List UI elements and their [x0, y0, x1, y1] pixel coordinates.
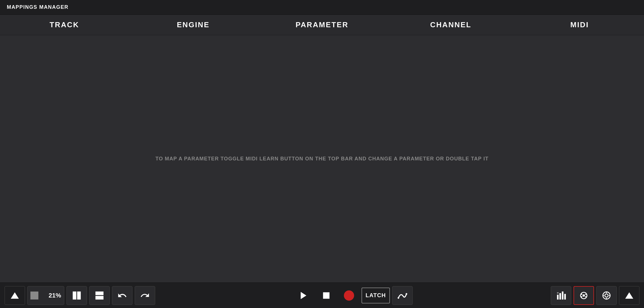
- main-content: TO MAP A PARAMETER TOGGLE MIDI LEARN BUT…: [0, 35, 644, 282]
- col-header-parameter: PARAMETER: [257, 20, 386, 29]
- svg-marker-0: [11, 292, 19, 299]
- play-button[interactable]: [293, 286, 314, 305]
- hint-text: TO MAP A PARAMETER TOGGLE MIDI LEARN BUT…: [155, 156, 489, 162]
- latch-label: LATCH: [365, 292, 386, 299]
- svg-point-21: [605, 294, 608, 297]
- level-control-button[interactable]: 21%: [27, 286, 64, 305]
- title-bar: MAPPINGS MANAGER: [0, 0, 644, 15]
- svg-marker-5: [301, 292, 306, 299]
- svg-point-7: [398, 297, 399, 299]
- curve-button[interactable]: [392, 286, 413, 305]
- bottom-toolbar: 21%: [0, 282, 644, 308]
- stop-icon: [321, 291, 331, 300]
- svg-point-8: [406, 293, 407, 295]
- level-square-icon: [30, 292, 38, 299]
- window-layout-1-icon: [72, 291, 82, 300]
- up-arrow-right-icon: [624, 291, 634, 300]
- svg-rect-1: [73, 291, 76, 299]
- svg-point-15: [583, 294, 585, 297]
- svg-rect-4: [95, 296, 103, 299]
- stop-button[interactable]: [316, 286, 336, 305]
- svg-rect-9: [557, 295, 559, 299]
- svg-point-19: [585, 296, 586, 297]
- svg-rect-11: [562, 291, 564, 299]
- up-arrow-left-icon: [10, 291, 20, 300]
- svg-rect-12: [564, 294, 566, 299]
- svg-rect-10: [559, 293, 561, 299]
- undo-button[interactable]: [112, 286, 132, 305]
- svg-rect-3: [95, 291, 103, 295]
- col-header-track: TRACK: [0, 20, 129, 29]
- record-dot-icon: [344, 290, 354, 301]
- record-button[interactable]: [339, 286, 359, 305]
- svg-point-16: [581, 294, 582, 295]
- window-layout-2-icon: [95, 291, 104, 300]
- bar-chart-icon: [556, 291, 566, 300]
- play-icon: [299, 291, 308, 300]
- col-header-midi: MIDI: [515, 20, 644, 29]
- up-arrow-left-button[interactable]: [5, 286, 25, 305]
- svg-rect-6: [323, 292, 330, 299]
- up-arrow-right-button[interactable]: [619, 286, 639, 305]
- target-button[interactable]: [596, 286, 617, 305]
- latch-button[interactable]: LATCH: [362, 288, 390, 303]
- col-header-channel: CHANNEL: [387, 20, 515, 29]
- svg-rect-13: [557, 292, 559, 293]
- right-group: [551, 286, 639, 305]
- target-icon: [602, 291, 611, 300]
- curve-icon: [398, 291, 407, 300]
- svg-point-17: [585, 294, 586, 295]
- level-percent: 21%: [49, 292, 61, 299]
- window-layout-1-button[interactable]: [67, 286, 87, 305]
- transport-group: LATCH: [157, 286, 549, 305]
- bar-chart-button[interactable]: [551, 286, 571, 305]
- svg-point-18: [581, 296, 582, 297]
- redo-button[interactable]: [135, 286, 155, 305]
- app-title: MAPPINGS MANAGER: [7, 4, 68, 10]
- undo-icon: [117, 291, 127, 300]
- svg-marker-26: [625, 292, 633, 299]
- midi-learn-button[interactable]: [574, 286, 594, 305]
- col-header-engine: ENGINE: [129, 20, 257, 29]
- column-headers: TRACK ENGINE PARAMETER CHANNEL MIDI: [0, 15, 644, 35]
- midi-learn-icon: [579, 291, 589, 300]
- redo-icon: [140, 291, 150, 300]
- svg-rect-2: [77, 291, 81, 299]
- window-layout-2-button[interactable]: [89, 286, 110, 305]
